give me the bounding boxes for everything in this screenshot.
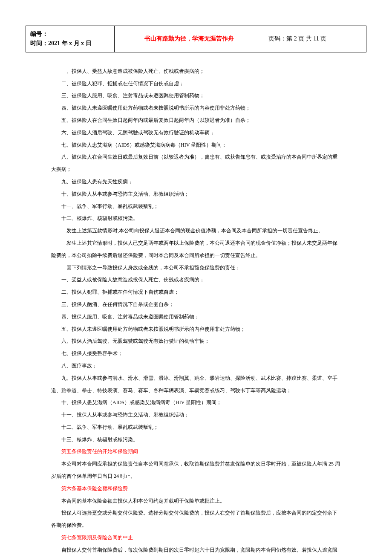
list-item: 十三、核爆炸、核辐射或核污染。: [51, 434, 341, 446]
doc-number-label: 编号：: [30, 29, 110, 39]
list-item: 一、受益人或被保险人故意造成投保人死亡、伤残或者疾病的；: [51, 274, 341, 286]
section-heading-7: 第七条宽限期及保险合同的中止: [51, 532, 341, 544]
list-item: 三、投保人酗酒、在任何情况下自杀或企图自杀；: [51, 298, 341, 311]
list-item: 十、投保人患艾滋病（AIDS）或感染艾滋病病毒（HIV 呈阳性）期间；: [51, 396, 341, 409]
section-heading-6: 第六条基本保险金额和保险费: [51, 483, 341, 495]
list-item: 五、被保险人在合同生效日起两年内或最后复效日起两年内（以较迟者为准）自杀；: [51, 114, 341, 127]
header-right-cell: 页码：第 2 页 共 11 页: [264, 26, 366, 52]
list-item: 十一、战争、军事行动、暴乱或武装叛乱；: [51, 200, 341, 213]
document-page: 编号： 时间：2021 年 x 月 x 日 书山有路勤为径，学海无涯苦作舟 页码…: [0, 0, 392, 555]
list-item: 十、被保险人从事或参与恐怖主义活动、邪教组织活动；: [51, 188, 341, 200]
list-item: 九、投保人从事或参与潜水、滑水、滑雪、滑冰、滑翔翼、跳伞、攀岩运动、探险活动、武…: [51, 372, 341, 397]
header-motto: 书山有路勤为径，学海无涯苦作舟: [144, 35, 234, 42]
list-item: 一、投保人、受益人故意造成被保险人死亡、伤残或者疾病的；: [51, 65, 341, 78]
list-item: 四、投保人服用、吸食、注射毒品或未遵医嘱使用管制药物；: [51, 311, 341, 323]
paragraph-intro: 因下列情形之一导致投保人身故或全残的，本公司不承担豁免保险费的责任：: [51, 262, 341, 274]
list-item: 五、投保人未遵医嘱使用处方药物或者未按照说明书所示的内容使用非处方药物；: [51, 323, 341, 335]
list-item: 八、医疗事故；: [51, 360, 341, 372]
list-item: 六、投保人酒后驾驶、无照驾驶或驾驶无有效行驶证的机动车辆；: [51, 335, 341, 347]
paragraph: 发生上述其它情形时，投保人已交足两年或两年以上保险费的，本公司退还本合同的现金价…: [51, 237, 341, 262]
doc-time-label: 时间：2021 年 x 月 x 日: [30, 39, 110, 48]
list-item: 二、投保人犯罪、拒捕或在任何情况下自伤或自虐；: [51, 286, 341, 298]
header-table: 编号： 时间：2021 年 x 月 x 日 书山有路勤为径，学海无涯苦作舟 页码…: [26, 26, 366, 52]
header-center-cell: 书山有路勤为径，学海无涯苦作舟: [114, 26, 264, 52]
list-item: 十一、投保人从事或参与恐怖主义活动、邪教组织活动；: [51, 409, 341, 421]
list-item: 十二、战争、军事行动、暴乱或武装叛乱；: [51, 421, 341, 434]
document-body: 一、投保人、受益人故意造成被保险人死亡、伤残或者疾病的； 二、被保险人犯罪、拒捕…: [26, 65, 366, 555]
list-item: 七、投保人接受整容手术；: [51, 347, 341, 360]
list-item: 二、被保险人犯罪、拒捕或在任何情况下自伤或自虐；: [51, 78, 341, 90]
list-item: 八、被保险人在合同生效日或最后复效日前（以较迟者为准），曾患有、或获告知患有、或…: [51, 151, 341, 176]
list-item: 十二、核爆炸、核辐射或核污染。: [51, 212, 341, 225]
list-item: 六、被保险人酒后驾驶、无照驾驶或驾驶无有效行驶证的机动车辆；: [51, 127, 341, 139]
paragraph: 自投保人交付首期保险费后，每次保险费到期日的次日零时起六十日为宽限期，宽限期内本…: [51, 544, 341, 555]
list-item: 四、被保险人未遵医嘱使用处方药物或者未按照说明书所示的内容使用非处方药物；: [51, 102, 341, 114]
paragraph: 投保人可选择趸交或分期交付保险费。选择分期交付保险费的，投保人在交付了首期保险费…: [51, 507, 341, 532]
paragraph: 发生上述第五款情形时,本公司向投保人退还本合同的现金价值净额，本合同及本合同所承…: [51, 225, 341, 237]
header-left-cell: 编号： 时间：2021 年 x 月 x 日: [26, 26, 115, 52]
list-item: 九、被保险人患有先天性疾病；: [51, 176, 341, 188]
list-item: 三、被保险人服用、吸食、注射毒品或未遵医嘱使用管制药物；: [51, 90, 341, 102]
paragraph: 本合同的基本保险金额由投保人和本公司约定并载明于保险单或批注上。: [51, 495, 341, 507]
header-page-indicator: 页码：第 2 页 共 11 页: [268, 35, 326, 42]
paragraph: 本公司对本合同应承担的保险责任自本公司同意承保，收取首期保险费并签发保险单的次日…: [51, 458, 341, 483]
section-heading-5: 第五条保险责任的开始和保险期间: [51, 445, 341, 458]
list-item: 七、被保险人患艾滋病（AIDS）或感染艾滋病病毒（HIV 呈阳性）期间；: [51, 139, 341, 151]
